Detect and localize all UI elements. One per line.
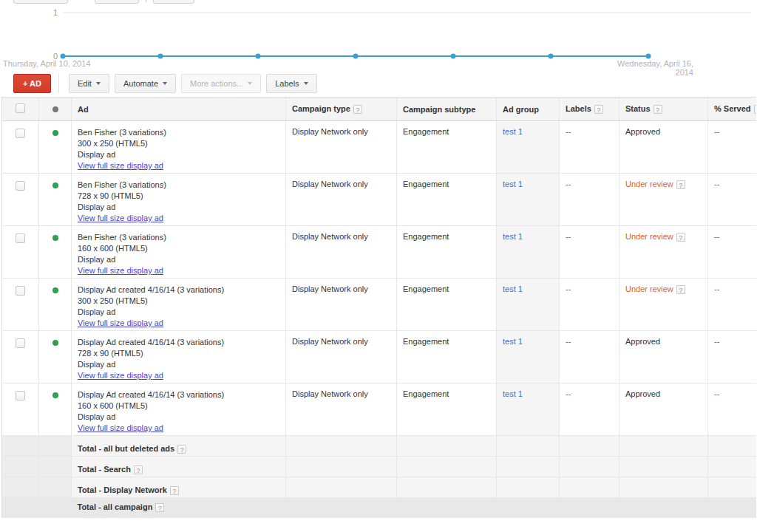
campaign-subtype-cell: Engagement bbox=[397, 279, 497, 331]
status-cell: Under review? bbox=[619, 226, 708, 279]
status-text: Approved bbox=[625, 127, 660, 136]
column-header-ad-group[interactable]: Ad group bbox=[497, 98, 560, 121]
view-full-size-link[interactable]: View full size display ad bbox=[78, 423, 163, 432]
table-row: Display Ad created 4/16/14 (3 variations… bbox=[2, 279, 757, 331]
chevron-down-icon bbox=[96, 82, 101, 85]
labels-cell: -- bbox=[560, 121, 619, 174]
row-select-cell bbox=[2, 174, 39, 226]
table-row: Ben Fisher (3 variations) 728 x 90 (HTML… bbox=[2, 174, 757, 226]
row-checkbox[interactable] bbox=[16, 338, 25, 348]
status-dot-icon bbox=[52, 106, 58, 112]
more-actions-button[interactable]: More actions... bbox=[181, 74, 261, 93]
view-full-size-link[interactable]: View full size display ad bbox=[78, 371, 163, 380]
enabled-dot-icon bbox=[52, 392, 58, 398]
campaign-type-cell: Display Network only bbox=[286, 331, 397, 383]
add-ad-button[interactable]: + AD bbox=[13, 74, 51, 93]
total-label-cell: Total - all but deleted ads? bbox=[72, 436, 286, 457]
column-header-served[interactable]: % Served? bbox=[708, 98, 757, 121]
help-icon[interactable]: ? bbox=[676, 233, 685, 242]
total-empty-cell bbox=[2, 436, 39, 457]
ad-name: Display Ad created 4/16/14 (3 variations… bbox=[78, 389, 279, 400]
column-header-ad[interactable]: Ad bbox=[72, 98, 286, 121]
total-row-all-campaign: Total - all campaign? bbox=[2, 498, 757, 518]
table-row: Ben Fisher (3 variations) 300 x 250 (HTM… bbox=[2, 121, 757, 174]
labels-cell: -- bbox=[560, 279, 619, 331]
row-select-cell bbox=[2, 121, 39, 174]
help-icon[interactable]: ? bbox=[177, 445, 186, 454]
column-header-status[interactable]: Status? bbox=[619, 98, 708, 121]
ad-kind: Display ad bbox=[78, 412, 279, 423]
total-empty-cell bbox=[619, 477, 708, 498]
row-checkbox[interactable] bbox=[16, 233, 25, 243]
ad-group-link[interactable]: test 1 bbox=[503, 180, 523, 188]
select-all-header-cell bbox=[2, 98, 39, 121]
campaign-subtype-cell: Engagement bbox=[397, 121, 497, 174]
row-checkbox[interactable] bbox=[16, 129, 25, 138]
total-empty-cell bbox=[397, 477, 497, 498]
help-icon[interactable]: ? bbox=[170, 486, 179, 495]
edit-button[interactable]: Edit bbox=[69, 74, 109, 93]
help-icon[interactable]: ? bbox=[155, 503, 164, 512]
total-label: Total - all campaign bbox=[78, 502, 153, 511]
column-header-campaign-type[interactable]: Campaign type? bbox=[286, 98, 397, 121]
labels-button[interactable]: Labels bbox=[266, 74, 316, 93]
view-full-size-link[interactable]: View full size display ad bbox=[78, 266, 163, 275]
ad-cell: Ben Fisher (3 variations) 160 x 600 (HTM… bbox=[72, 226, 286, 279]
ad-group-cell: test 1 bbox=[497, 279, 560, 331]
row-checkbox[interactable] bbox=[16, 286, 25, 296]
total-label-cell: Total - all campaign? bbox=[72, 498, 757, 518]
ad-kind: Display ad bbox=[78, 149, 279, 160]
toolbar: + AD Edit Automate More actions... Label… bbox=[13, 74, 317, 93]
ad-group-link[interactable]: test 1 bbox=[503, 337, 523, 346]
help-icon[interactable]: ? bbox=[754, 105, 756, 114]
total-empty-cell bbox=[497, 457, 560, 477]
total-label-cell: Total - Display Network? bbox=[72, 477, 286, 498]
column-header-labels[interactable]: Labels? bbox=[560, 98, 619, 121]
total-empty-cell bbox=[497, 436, 560, 457]
ad-kind: Display ad bbox=[78, 202, 279, 213]
enabled-dot-icon bbox=[52, 235, 58, 241]
campaign-subtype-cell: Engagement bbox=[397, 174, 497, 226]
ad-size: 300 x 250 (HTML5) bbox=[78, 138, 279, 149]
help-icon[interactable]: ? bbox=[676, 285, 685, 294]
help-icon[interactable]: ? bbox=[676, 180, 685, 189]
ad-group-link[interactable]: test 1 bbox=[503, 284, 523, 293]
enabled-dot-icon bbox=[52, 287, 58, 293]
timeline-chart: 1 0 Thursday, April 10, 2014 Wednesday, … bbox=[0, 0, 757, 71]
column-header-status-label: Status bbox=[625, 104, 651, 113]
help-icon[interactable]: ? bbox=[654, 105, 662, 114]
automate-button[interactable]: Automate bbox=[115, 74, 176, 93]
help-icon[interactable]: ? bbox=[134, 466, 143, 474]
view-full-size-link[interactable]: View full size display ad bbox=[78, 161, 163, 170]
help-icon[interactable]: ? bbox=[594, 105, 603, 114]
row-checkbox[interactable] bbox=[16, 181, 25, 191]
table-row: Display Ad created 4/16/14 (3 variations… bbox=[2, 331, 757, 383]
campaign-type-cell: Display Network only bbox=[286, 174, 397, 226]
row-checkbox[interactable] bbox=[16, 391, 25, 400]
total-empty-cell bbox=[2, 457, 39, 477]
total-row-all-but-deleted: Total - all but deleted ads? bbox=[2, 436, 757, 457]
help-icon[interactable]: ? bbox=[353, 105, 362, 114]
chevron-down-icon bbox=[248, 82, 252, 85]
status-cell: Approved bbox=[619, 121, 708, 174]
ad-group-cell: test 1 bbox=[497, 331, 560, 383]
ad-group-cell: test 1 bbox=[497, 121, 560, 174]
view-full-size-link[interactable]: View full size display ad bbox=[78, 214, 163, 222]
chevron-down-icon bbox=[304, 82, 308, 85]
row-select-cell bbox=[2, 383, 39, 436]
served-cell: -- bbox=[708, 121, 757, 174]
status-cell: Approved bbox=[619, 331, 708, 383]
ad-group-link[interactable]: test 1 bbox=[503, 389, 523, 398]
ad-group-link[interactable]: test 1 bbox=[503, 232, 523, 241]
total-empty-cell bbox=[619, 457, 708, 477]
labels-cell: -- bbox=[560, 174, 619, 226]
status-dot-header-cell bbox=[39, 98, 72, 121]
column-header-campaign-subtype[interactable]: Campaign subtype bbox=[397, 98, 497, 121]
total-empty-cell bbox=[708, 457, 757, 477]
ad-size: 300 x 250 (HTML5) bbox=[78, 296, 279, 307]
select-all-checkbox[interactable] bbox=[16, 103, 25, 113]
total-empty-cell bbox=[560, 457, 619, 477]
column-header-labels-label: Labels bbox=[566, 104, 591, 113]
ad-group-link[interactable]: test 1 bbox=[503, 127, 523, 136]
view-full-size-link[interactable]: View full size display ad bbox=[78, 318, 163, 327]
